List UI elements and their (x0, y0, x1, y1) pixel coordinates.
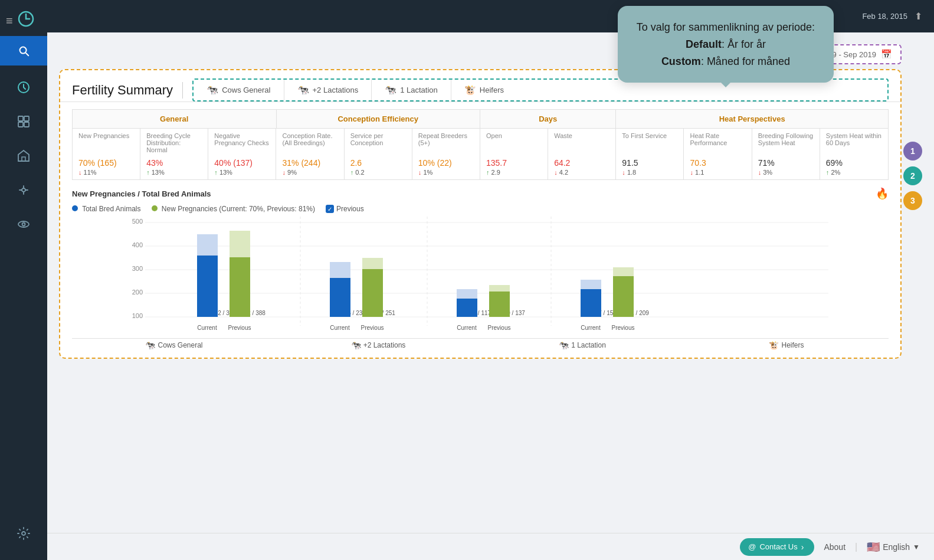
arrow-down-8: ↓ (554, 169, 558, 176)
stat-label-8: Waste (554, 132, 609, 158)
tab-heifers[interactable]: 🐮 Heifers (451, 80, 517, 100)
header-conception: Conception Efficiency (277, 110, 481, 129)
chart-group-1lac: 🐄 1 Lactation (480, 338, 684, 352)
stat-value-10: 70.3 (690, 158, 745, 168)
sidebar-item-clock[interactable] (6, 71, 41, 103)
bar-heifers-current-new (581, 289, 601, 317)
step-2-indicator[interactable]: 2 (903, 166, 922, 185)
stat-first-service: To First Service 91.5 ↓ 1.8 (616, 129, 684, 179)
footer-divider: | (855, 542, 857, 552)
svg-text:Current: Current (581, 325, 601, 331)
stat-value-2: 43% (146, 158, 202, 168)
svg-text:400: 400 (132, 241, 143, 248)
stat-label-7: Open (486, 132, 542, 158)
sidebar-item-barn[interactable] (6, 140, 41, 172)
stat-label-12: System Heat within 60 Days (826, 132, 882, 158)
bar-1lac-current-new (457, 299, 477, 317)
stat-change-6: ↓ 1% (418, 169, 474, 176)
settings-icon (17, 526, 31, 541)
stat-value-6: 10% (22) (418, 158, 474, 168)
language-label: English (883, 542, 910, 552)
stat-waste: Waste 64.2 ↓ 4.2 (548, 129, 616, 179)
stat-change-10: ↓ 1.1 (690, 169, 745, 176)
chart-group-label-heifers: Heifers (781, 341, 804, 349)
stat-label-6: Repeat Breeders (5+) (418, 132, 474, 158)
step-3-indicator[interactable]: 3 (903, 191, 922, 210)
stat-neg-pregnancy: Negative Pregnancy Checks 40% (137) ↑ 13… (208, 129, 276, 179)
chart-group-label-1lac: 1 Lactation (571, 341, 606, 349)
contact-arrow-icon: › (801, 542, 804, 552)
arrow-down-4: ↓ (282, 169, 286, 176)
search-button[interactable] (0, 36, 47, 66)
arrow-down-10: ↓ (690, 169, 693, 176)
chevron-down-icon: ▼ (913, 543, 920, 551)
header-days: Days (480, 110, 616, 129)
bar-2lac-current-new (330, 278, 350, 317)
hamburger-area[interactable]: ≡ (0, 6, 47, 36)
legend-previous: ✓ Previous (326, 205, 364, 213)
sidebar-top: ≡ (0, 6, 47, 240)
main-area: Feb 18, 2015 ⬆ To valg for sammenlikning… (47, 0, 934, 560)
stat-conception-rate: Conception Rate. (All Breedings) 31% (24… (276, 129, 344, 179)
tab-2-lactations[interactable]: 🐄 +2 Lactations (284, 80, 372, 100)
clock-icon (17, 80, 31, 94)
top-bar-date: Feb 18, 2015 (862, 12, 907, 21)
page-title: Fertility Summary (72, 83, 173, 98)
stat-label-1: New Pregnancies (78, 132, 134, 158)
stat-label-4: Conception Rate. (All Breedings) (282, 132, 337, 158)
tab-cows-general-label: Cows General (222, 86, 270, 94)
export-icon[interactable]: ⬆ (915, 11, 922, 22)
chart-group-heifers: 🐮 Heifers (684, 338, 889, 352)
legend-total-bred: Total Bred Animals (72, 205, 141, 213)
svg-text:Current: Current (197, 325, 217, 331)
tooltip-default-label: Default (686, 38, 722, 50)
stat-change-3: ↑ 13% (214, 169, 270, 176)
stat-value-3: 40% (137) (214, 158, 270, 168)
hamburger-icon[interactable]: ≡ (6, 14, 13, 28)
svg-point-10 (22, 532, 25, 535)
language-selector[interactable]: 🇺🇸 English ▼ (867, 541, 920, 554)
svg-text:100: 100 (132, 312, 143, 319)
svg-text:Previous: Previous (612, 325, 635, 331)
arrow-up-12: ↑ (826, 169, 830, 176)
cows-general-icon: 🐄 (207, 84, 218, 96)
stat-value-9: 91.5 (622, 158, 677, 168)
chart-title: New Pregnancies / Total Bred Animals (72, 189, 211, 198)
contact-us-label: Contact Us (759, 542, 797, 551)
svg-rect-6 (22, 157, 25, 161)
tooltip-custom-value: : Måned for måned (701, 55, 790, 67)
arrow-down-11: ↓ (758, 169, 762, 176)
arrow-down-6: ↓ (418, 169, 422, 176)
bar-chart: 500 400 300 200 100 242 / 350 (72, 217, 889, 335)
stat-change-2: ↑ 13% (146, 169, 202, 176)
legend-dot-blue (72, 205, 78, 211)
chart-2lac-icon: 🐄 (351, 340, 361, 350)
flow-icon (17, 183, 31, 197)
tab-heifers-label: Heifers (480, 86, 504, 94)
tab-1-lactation[interactable]: 🐄 1 Lactation (372, 80, 451, 100)
bar-cows-general-prev-new (230, 257, 250, 317)
tab-cows-general[interactable]: 🐄 Cows General (194, 80, 284, 100)
stat-breeding-following: Breeding Following System Heat 71% ↓ 3% (752, 129, 820, 179)
stat-change-1: ↓ 11% (78, 169, 134, 176)
sidebar-item-eye[interactable] (6, 208, 41, 240)
svg-text:Current: Current (457, 325, 477, 331)
search-icon (17, 44, 30, 57)
step-1-indicator[interactable]: 1 (903, 142, 922, 161)
sidebar-item-flow[interactable] (6, 174, 41, 206)
main-card: Fertility Summary 🐄 Cows General 🐄 +2 La… (59, 69, 902, 359)
settings-button[interactable] (6, 518, 41, 549)
sidebar-item-grid[interactable] (6, 106, 41, 137)
svg-text:Previous: Previous (488, 325, 511, 331)
calendar-icon[interactable]: 📅 (881, 49, 892, 60)
svg-text:300: 300 (132, 265, 143, 272)
arrow-up-2: ↑ (146, 169, 150, 176)
contact-us-button[interactable]: @ Contact Us › (740, 538, 814, 556)
previous-checkbox[interactable]: ✓ (326, 205, 334, 213)
stat-label-3: Negative Pregnancy Checks (214, 132, 270, 158)
stat-label-9: To First Service (622, 132, 677, 158)
chart-group-cows: 🐄 Cows General (72, 338, 276, 352)
stat-value-7: 135.7 (486, 158, 542, 168)
about-link[interactable]: About (824, 542, 845, 552)
stats-table: General Conception Efficiency Days Heat … (72, 109, 889, 180)
